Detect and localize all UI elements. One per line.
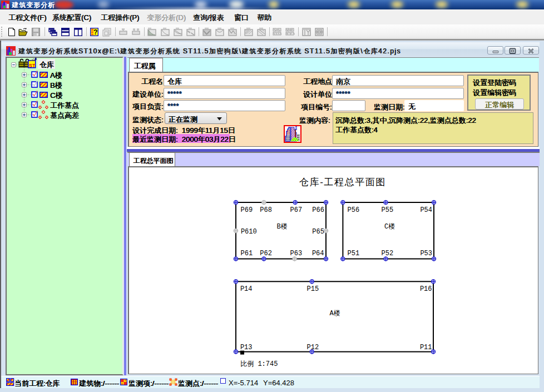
svg-text:P62: P62: [260, 250, 272, 257]
svg-text:P14: P14: [240, 285, 253, 293]
svg-text:P63: P63: [290, 250, 303, 257]
svg-text:P64: P64: [312, 250, 324, 257]
svg-text:A楼: A楼: [330, 310, 340, 317]
svg-text:P16: P16: [420, 285, 432, 293]
svg-text:P55: P55: [382, 206, 394, 214]
svg-text:P15: P15: [307, 285, 319, 293]
svg-text:P53: P53: [420, 250, 432, 257]
svg-text:?: ?: [93, 28, 97, 36]
svg-text:P68: P68: [260, 206, 272, 214]
svg-text:C楼: C楼: [384, 223, 395, 231]
svg-text:ST: ST: [29, 63, 36, 68]
svg-text:P56: P56: [348, 206, 360, 214]
svg-text:P52: P52: [382, 250, 394, 257]
svg-text:P610: P610: [241, 228, 257, 236]
svg-text:P66: P66: [312, 206, 324, 214]
svg-text:P61: P61: [241, 250, 253, 257]
svg-text:B楼: B楼: [277, 223, 288, 231]
svg-text:P54: P54: [420, 206, 432, 214]
svg-text:仓库-工程总平面图: 仓库-工程总平面图: [299, 177, 386, 187]
svg-text:P65: P65: [312, 228, 324, 236]
svg-text:P11: P11: [420, 344, 432, 351]
svg-text:P67: P67: [290, 206, 303, 214]
svg-text:P13: P13: [240, 344, 253, 351]
svg-text:比例 1:745: 比例 1:745: [240, 360, 278, 368]
svg-text:P51: P51: [348, 250, 360, 257]
svg-text:P69: P69: [241, 206, 253, 214]
